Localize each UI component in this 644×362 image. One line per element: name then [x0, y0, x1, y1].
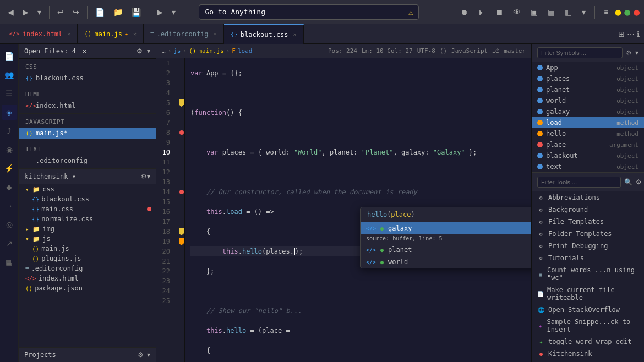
icon-new-file[interactable]: 📄	[2, 48, 17, 64]
tab-index-html[interactable]: </> index.html ✕	[2, 24, 78, 44]
symbol-hello[interactable]: hello method	[532, 128, 644, 139]
tool-file-templates[interactable]: ⚙ File Templates	[532, 216, 644, 228]
tool-kitchensink[interactable]: ● Kitchensink	[532, 348, 644, 360]
syntax-label[interactable]: JavaScript	[451, 47, 488, 54]
open-files-close[interactable]: ✕	[83, 47, 86, 55]
layout-more[interactable]: ▾	[578, 6, 589, 19]
dropdown-button[interactable]: ▾	[34, 6, 45, 19]
symbol-blackout[interactable]: blackout object	[532, 150, 644, 161]
symbol-place[interactable]: place argument	[532, 139, 644, 150]
sidebar-item-index-html[interactable]: </> index.html	[19, 100, 156, 111]
tab-close-main-js[interactable]: ✕	[133, 31, 137, 37]
icon-users[interactable]: 👥	[2, 67, 17, 83]
more-dropdown[interactable]: ▾	[168, 6, 179, 19]
menu-button[interactable]: ≡	[601, 6, 612, 19]
redo-button[interactable]: ↪	[69, 6, 83, 19]
tab-editorconfig[interactable]: ≡ .editorconfig ✕	[144, 24, 224, 44]
play2-button[interactable]: ⏵	[474, 6, 489, 19]
open-folder-button[interactable]: 📁	[110, 6, 126, 19]
filter-symbols-input[interactable]	[537, 47, 623, 58]
projects-footer-settings[interactable]: ⚙	[138, 351, 144, 359]
bc-js[interactable]: js	[173, 47, 181, 54]
tree-item-index-html[interactable]: </> index.html	[19, 273, 156, 283]
tool-make-writeable[interactable]: 📄 Make current file writeable	[532, 284, 644, 304]
icon-lightning[interactable]: ⚡	[2, 161, 17, 176]
tree-item-main-css[interactable]: {} main.css	[19, 204, 156, 214]
tree-item-css-folder[interactable]: ▾ 📁 css	[19, 184, 156, 194]
tools-search-btn[interactable]: 🔍	[624, 178, 632, 186]
bc-main-js[interactable]: ()	[189, 47, 196, 54]
ac-item-galaxy[interactable]: </> ● galaxy object	[361, 222, 531, 234]
tree-item-editorconfig[interactable]: ≡ .editorconfig	[19, 264, 156, 273]
icon-arrow[interactable]: →	[2, 198, 17, 213]
tool-open-stackoverflow[interactable]: 🌐 Open StackOverflow	[532, 304, 644, 316]
ac-item-world[interactable]: </> ● world object	[361, 256, 531, 268]
sidebar-arrow-btn[interactable]: ▾	[147, 47, 150, 55]
tab-info-button[interactable]: ℹ	[637, 30, 640, 39]
tools-settings-btn[interactable]: ⚙	[636, 178, 642, 186]
symbol-text[interactable]: text object	[532, 161, 644, 172]
filter-tools-input[interactable]	[537, 177, 621, 188]
record-button[interactable]: ⏺	[457, 6, 471, 19]
tree-item-plugins-js[interactable]: () plugins.js	[19, 254, 156, 264]
tab-more-button[interactable]: ⋯	[627, 30, 635, 39]
back-button[interactable]: ◀	[4, 6, 17, 19]
new-tab-button[interactable]: ⊞	[618, 30, 625, 39]
tool-abbreviations[interactable]: ⚙ Abbreviations	[532, 191, 644, 204]
tab-close-editorconfig[interactable]: ✕	[214, 31, 217, 37]
symbol-app[interactable]: App object	[532, 62, 644, 73]
tree-item-package-json[interactable]: () package.json	[19, 283, 156, 293]
icon-grid[interactable]: ▦	[2, 254, 17, 270]
layout3-button[interactable]: ▥	[561, 6, 575, 19]
sidebar-item-blackout-css[interactable]: {} blackout.css	[19, 73, 156, 84]
icon-share[interactable]: ↗	[2, 235, 17, 251]
play-button[interactable]: ▶	[154, 6, 166, 19]
tool-folder-templates[interactable]: ⚙ Folder Templates	[532, 228, 644, 240]
symbol-galaxy[interactable]: galaxy object	[532, 106, 644, 117]
tool-tutorials[interactable]: ⚙ Tutorials	[532, 252, 644, 264]
icon-diamond[interactable]: ◆	[2, 179, 17, 195]
tree-item-main-js[interactable]: () main.js	[19, 244, 156, 254]
stop-button[interactable]: ⏹	[492, 6, 506, 19]
close-button[interactable]: ●	[634, 6, 640, 18]
save-button[interactable]: 💾	[128, 6, 144, 19]
forward-button[interactable]: ▶	[19, 6, 32, 19]
icon-circle[interactable]: ◉	[2, 142, 17, 157]
symbol-planet[interactable]: planet object	[532, 84, 644, 95]
projects-arrow-btn[interactable]: ▾	[147, 173, 150, 180]
bc-load[interactable]: load	[238, 47, 253, 54]
icon-upload[interactable]: ⤴	[2, 123, 17, 139]
tab-close-blackout-css[interactable]: ✕	[293, 31, 297, 37]
sidebar-item-main-js[interactable]: () main.js*	[19, 128, 156, 139]
bc-fn-icon[interactable]: F	[232, 47, 236, 54]
branch-label[interactable]: master	[504, 47, 526, 54]
eye-button[interactable]: 👁	[510, 6, 524, 19]
icon-code[interactable]: ◈	[2, 105, 17, 120]
symbol-load[interactable]: load method	[532, 117, 644, 128]
projects-settings-btn[interactable]: ⚙	[141, 173, 147, 180]
tool-background[interactable]: ⚙ Background	[532, 204, 644, 216]
sidebar-settings-btn[interactable]: ⚙	[137, 47, 143, 55]
tab-blackout-css[interactable]: {} blackout.css ✕	[224, 24, 304, 44]
syntax-dropdown[interactable]: ()	[440, 47, 447, 54]
tool-sample-snippet[interactable]: ✦ Sample Snippe...ck to Insert	[532, 316, 644, 336]
layout1-button[interactable]: ▣	[527, 6, 541, 19]
maximize-button[interactable]: ●	[624, 6, 630, 18]
goto-input[interactable]	[205, 8, 405, 16]
tree-item-js-folder[interactable]: ▾ 📁 js	[19, 234, 156, 244]
symbols-arrow-btn[interactable]: ▾	[635, 49, 638, 57]
symbol-world[interactable]: world object	[532, 95, 644, 106]
tab-main-js[interactable]: () main.js ✦ ✕	[78, 24, 144, 44]
bc-main-js-label[interactable]: main.js	[198, 47, 223, 54]
tool-print-debugging[interactable]: ⚙ Print Debugging	[532, 240, 644, 252]
symbol-places[interactable]: places object	[532, 73, 644, 84]
bc-ellipsis[interactable]: …	[162, 47, 166, 54]
projects-footer-arrow[interactable]: ▾	[147, 351, 150, 359]
minimize-button[interactable]: ●	[615, 6, 621, 18]
tree-item-blackout-css[interactable]: {} blackout.css	[19, 194, 156, 204]
tab-close-index-html[interactable]: ✕	[67, 31, 70, 37]
icon-target[interactable]: ◎	[2, 217, 17, 232]
layout2-button[interactable]: ▤	[544, 6, 558, 19]
tree-item-img-folder[interactable]: ▸ 📁 img	[19, 224, 156, 234]
tool-count-words[interactable]: ▣ Count words ...n using "wc"	[532, 264, 644, 284]
